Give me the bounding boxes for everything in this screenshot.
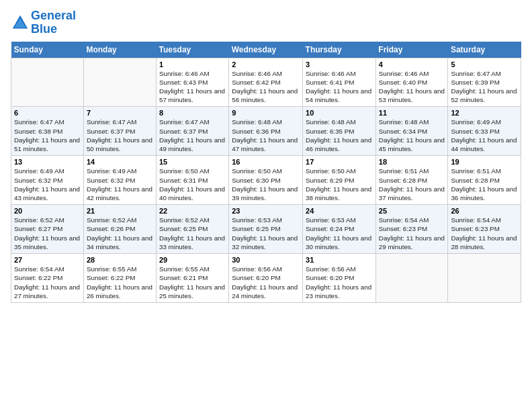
- day-number: 6: [14, 109, 81, 117]
- day-number: 11: [379, 109, 445, 117]
- calendar-cell: 23Sunrise: 6:53 AM Sunset: 6:25 PM Dayli…: [229, 205, 303, 254]
- calendar-week-row: 20Sunrise: 6:52 AM Sunset: 6:27 PM Dayli…: [11, 205, 521, 254]
- day-info: Sunrise: 6:48 AM Sunset: 6:34 PM Dayligh…: [379, 118, 445, 153]
- calendar-cell: 17Sunrise: 6:50 AM Sunset: 6:29 PM Dayli…: [303, 156, 376, 205]
- day-number: 2: [232, 60, 300, 68]
- calendar-cell: 7Sunrise: 6:47 AM Sunset: 6:37 PM Daylig…: [83, 107, 156, 156]
- calendar-cell: 6Sunrise: 6:47 AM Sunset: 6:38 PM Daylig…: [11, 107, 84, 156]
- day-number: 19: [451, 158, 518, 166]
- calendar-cell: 16Sunrise: 6:50 AM Sunset: 6:30 PM Dayli…: [229, 156, 303, 205]
- day-number: 8: [159, 109, 226, 117]
- calendar-cell: [83, 58, 156, 107]
- weekday-header: Thursday: [303, 42, 376, 58]
- calendar-cell: 25Sunrise: 6:54 AM Sunset: 6:23 PM Dayli…: [375, 205, 448, 254]
- day-number: 9: [232, 109, 300, 117]
- page-header: General Blue: [11, 7, 521, 36]
- weekday-header: Sunday: [11, 42, 84, 58]
- day-number: 4: [379, 60, 445, 68]
- day-number: 28: [87, 256, 153, 264]
- calendar-cell: 9Sunrise: 6:48 AM Sunset: 6:36 PM Daylig…: [229, 107, 303, 156]
- day-info: Sunrise: 6:54 AM Sunset: 6:23 PM Dayligh…: [451, 216, 518, 251]
- day-info: Sunrise: 6:46 AM Sunset: 6:41 PM Dayligh…: [306, 69, 373, 105]
- day-info: Sunrise: 6:46 AM Sunset: 6:40 PM Dayligh…: [379, 69, 445, 105]
- calendar-cell: 28Sunrise: 6:55 AM Sunset: 6:22 PM Dayli…: [83, 254, 156, 303]
- day-info: Sunrise: 6:46 AM Sunset: 6:42 PM Dayligh…: [232, 69, 300, 105]
- day-info: Sunrise: 6:47 AM Sunset: 6:37 PM Dayligh…: [87, 118, 153, 153]
- day-number: 14: [87, 158, 153, 166]
- calendar-cell: 19Sunrise: 6:51 AM Sunset: 6:28 PM Dayli…: [448, 156, 521, 205]
- day-number: 16: [232, 158, 300, 166]
- day-number: 22: [159, 207, 226, 215]
- calendar-cell: 13Sunrise: 6:49 AM Sunset: 6:32 PM Dayli…: [11, 156, 84, 205]
- calendar-week-row: 13Sunrise: 6:49 AM Sunset: 6:32 PM Dayli…: [11, 156, 521, 205]
- day-number: 20: [14, 207, 81, 215]
- calendar-cell: 31Sunrise: 6:56 AM Sunset: 6:20 PM Dayli…: [303, 254, 376, 303]
- calendar-cell: 15Sunrise: 6:50 AM Sunset: 6:31 PM Dayli…: [156, 156, 228, 205]
- calendar-cell: [448, 254, 521, 303]
- logo-text: General Blue: [31, 9, 76, 36]
- calendar-cell: 14Sunrise: 6:49 AM Sunset: 6:32 PM Dayli…: [83, 156, 156, 205]
- day-info: Sunrise: 6:51 AM Sunset: 6:28 PM Dayligh…: [451, 167, 518, 202]
- calendar-cell: 12Sunrise: 6:49 AM Sunset: 6:33 PM Dayli…: [448, 107, 521, 156]
- day-number: 26: [451, 207, 518, 215]
- day-number: 1: [159, 60, 226, 68]
- day-number: 3: [306, 60, 373, 68]
- day-info: Sunrise: 6:52 AM Sunset: 6:25 PM Dayligh…: [159, 216, 226, 251]
- day-number: 25: [379, 207, 445, 215]
- day-number: 5: [451, 60, 518, 68]
- day-info: Sunrise: 6:56 AM Sunset: 6:20 PM Dayligh…: [306, 265, 373, 300]
- day-info: Sunrise: 6:50 AM Sunset: 6:29 PM Dayligh…: [306, 167, 373, 202]
- day-info: Sunrise: 6:55 AM Sunset: 6:21 PM Dayligh…: [159, 265, 226, 300]
- day-info: Sunrise: 6:54 AM Sunset: 6:23 PM Dayligh…: [379, 216, 445, 251]
- calendar-cell: 24Sunrise: 6:53 AM Sunset: 6:24 PM Dayli…: [303, 205, 376, 254]
- day-info: Sunrise: 6:52 AM Sunset: 6:26 PM Dayligh…: [87, 216, 153, 251]
- day-info: Sunrise: 6:54 AM Sunset: 6:22 PM Dayligh…: [14, 265, 81, 300]
- calendar-cell: 21Sunrise: 6:52 AM Sunset: 6:26 PM Dayli…: [83, 205, 156, 254]
- day-info: Sunrise: 6:48 AM Sunset: 6:36 PM Dayligh…: [232, 118, 300, 153]
- day-info: Sunrise: 6:51 AM Sunset: 6:28 PM Dayligh…: [379, 167, 445, 202]
- day-info: Sunrise: 6:53 AM Sunset: 6:24 PM Dayligh…: [306, 216, 373, 251]
- day-number: 17: [306, 158, 373, 166]
- day-number: 10: [306, 109, 373, 117]
- day-info: Sunrise: 6:49 AM Sunset: 6:32 PM Dayligh…: [14, 167, 81, 202]
- calendar-header-row: SundayMondayTuesdayWednesdayThursdayFrid…: [11, 42, 521, 58]
- calendar-cell: 27Sunrise: 6:54 AM Sunset: 6:22 PM Dayli…: [11, 254, 84, 303]
- day-info: Sunrise: 6:47 AM Sunset: 6:37 PM Dayligh…: [159, 118, 226, 153]
- day-info: Sunrise: 6:56 AM Sunset: 6:20 PM Dayligh…: [232, 265, 300, 300]
- calendar-cell: 2Sunrise: 6:46 AM Sunset: 6:42 PM Daylig…: [229, 58, 303, 107]
- logo-icon: [11, 13, 30, 32]
- calendar-cell: 5Sunrise: 6:47 AM Sunset: 6:39 PM Daylig…: [448, 58, 521, 107]
- calendar-cell: 1Sunrise: 6:46 AM Sunset: 6:43 PM Daylig…: [156, 58, 228, 107]
- calendar-cell: [11, 58, 84, 107]
- day-info: Sunrise: 6:46 AM Sunset: 6:43 PM Dayligh…: [159, 69, 226, 105]
- day-number: 30: [232, 256, 300, 264]
- day-number: 27: [14, 256, 81, 264]
- weekday-header: Tuesday: [156, 42, 228, 58]
- day-number: 23: [232, 207, 300, 215]
- day-number: 31: [306, 256, 373, 264]
- calendar-week-row: 6Sunrise: 6:47 AM Sunset: 6:38 PM Daylig…: [11, 107, 521, 156]
- day-number: 21: [87, 207, 153, 215]
- day-number: 24: [306, 207, 373, 215]
- day-info: Sunrise: 6:48 AM Sunset: 6:35 PM Dayligh…: [306, 118, 373, 153]
- calendar-cell: 18Sunrise: 6:51 AM Sunset: 6:28 PM Dayli…: [375, 156, 448, 205]
- calendar-cell: 8Sunrise: 6:47 AM Sunset: 6:37 PM Daylig…: [156, 107, 228, 156]
- calendar-week-row: 1Sunrise: 6:46 AM Sunset: 6:43 PM Daylig…: [11, 58, 521, 107]
- day-number: 18: [379, 158, 445, 166]
- day-info: Sunrise: 6:47 AM Sunset: 6:38 PM Dayligh…: [14, 118, 81, 153]
- calendar-week-row: 27Sunrise: 6:54 AM Sunset: 6:22 PM Dayli…: [11, 254, 521, 303]
- day-info: Sunrise: 6:50 AM Sunset: 6:31 PM Dayligh…: [159, 167, 226, 202]
- day-info: Sunrise: 6:47 AM Sunset: 6:39 PM Dayligh…: [451, 69, 518, 105]
- day-number: 13: [14, 158, 81, 166]
- weekday-header: Saturday: [448, 42, 521, 58]
- day-number: 12: [451, 109, 518, 117]
- calendar-cell: 20Sunrise: 6:52 AM Sunset: 6:27 PM Dayli…: [11, 205, 84, 254]
- day-info: Sunrise: 6:49 AM Sunset: 6:32 PM Dayligh…: [87, 167, 153, 202]
- calendar-cell: 26Sunrise: 6:54 AM Sunset: 6:23 PM Dayli…: [448, 205, 521, 254]
- calendar-cell: 11Sunrise: 6:48 AM Sunset: 6:34 PM Dayli…: [375, 107, 448, 156]
- weekday-header: Wednesday: [229, 42, 303, 58]
- weekday-header: Friday: [375, 42, 448, 58]
- logo: General Blue: [11, 9, 76, 36]
- day-info: Sunrise: 6:55 AM Sunset: 6:22 PM Dayligh…: [87, 265, 153, 300]
- day-info: Sunrise: 6:52 AM Sunset: 6:27 PM Dayligh…: [14, 216, 81, 251]
